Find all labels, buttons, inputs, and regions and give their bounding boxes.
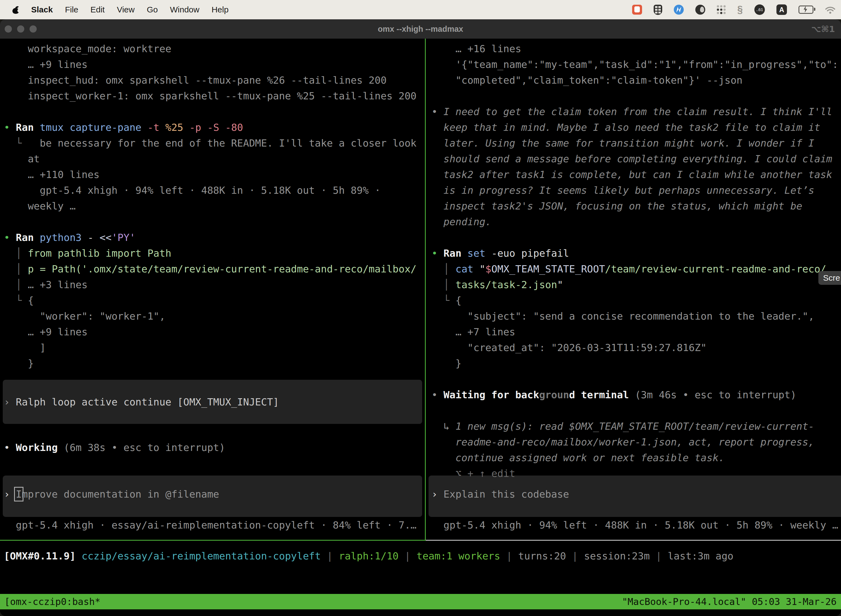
terminal-line: later. Using the same for transition mig… xyxy=(432,135,814,151)
menu-bar-left: Slack FileEditViewGoWindowHelp xyxy=(0,5,229,14)
terminal-line: └ be necessary for the end of the README… xyxy=(4,135,417,151)
text-segment: › xyxy=(4,488,16,500)
menu-file[interactable]: File xyxy=(65,5,78,14)
moon-crescent-icon[interactable] xyxy=(695,5,705,15)
dots-grid-icon[interactable] xyxy=(717,5,726,14)
text-segment: … +9 lines xyxy=(4,59,88,70)
menu-window[interactable]: Window xyxy=(170,5,199,14)
text-segment: ⌥ + ↑ edit xyxy=(432,468,515,479)
terminal-line: "created_at": "2026-03-31T11:59:27.816Z" xyxy=(432,340,707,355)
terminal-line: } xyxy=(4,355,34,371)
text-segment: … +7 lines xyxy=(432,326,515,337)
shield-grid-icon[interactable] xyxy=(653,5,662,15)
text-segment: p = Path('.omx/state/team/review-current… xyxy=(28,263,417,274)
terminal-line: • Waiting for background terminal (3m 46… xyxy=(432,387,796,403)
menu-help[interactable]: Help xyxy=(212,5,229,14)
terminal-line: • Working (6m 38s • esc to interrupt) xyxy=(4,440,225,455)
text-segment: gpt-5.4 xhigh · 94% left · 488K in · 5.1… xyxy=(4,185,381,196)
text-segment: └ xyxy=(4,295,28,306)
screen-recording-icon[interactable] xyxy=(632,5,642,15)
menu-bar-status-icons: § ..61 A xyxy=(632,4,841,15)
text-segment: should send a message before completing … xyxy=(432,153,832,164)
text-segment: • xyxy=(432,389,443,400)
apple-bite xyxy=(18,9,21,12)
text-segment: from pathlib import Path xyxy=(28,248,171,259)
terminal-line: is in progress? It seems likely but perh… xyxy=(432,182,814,198)
text-segment: d terminal xyxy=(569,389,629,400)
text-segment: | xyxy=(500,550,518,562)
text-segment: later. Using the same for transition mig… xyxy=(432,138,814,149)
terminal-line: } xyxy=(432,355,462,371)
text-segment: └ xyxy=(4,138,22,149)
terminal-line: • I need to get the claim token from the… xyxy=(432,104,832,119)
terminal-line: weekly … xyxy=(4,198,76,214)
window-title: omx --xhigh --madmax xyxy=(0,19,841,39)
terminal-line: │ … +3 lines xyxy=(4,277,88,293)
terminal-window: omx --xhigh --madmax ⌥⌘1 workspace_mode:… xyxy=(0,19,841,616)
terminal-content: workspace_mode: worktree … +9 lines insp… xyxy=(0,39,841,616)
text-segment: } xyxy=(432,358,462,369)
text-segment: | xyxy=(399,550,417,562)
terminal-line: "completed","claim_token":"claim-token"}… xyxy=(432,72,743,88)
terminal-line: │ from pathlib import Path xyxy=(4,245,171,261)
apple-menu-icon[interactable] xyxy=(12,6,19,14)
terminal-line: gpt-5.4 xhigh · essay/ai-reimplementatio… xyxy=(4,517,417,533)
text-segment: inspect_hud: omx sparkshell --tmux-pane … xyxy=(4,75,387,86)
count-badge-icon[interactable]: ..61 xyxy=(755,4,765,15)
pane-divider[interactable] xyxy=(425,39,426,541)
text-segment: OMX_TEAM_STATE_ROOT xyxy=(491,263,605,274)
text-segment: -t xyxy=(147,122,165,133)
text-segment: … +16 lines xyxy=(432,43,521,54)
menu-go[interactable]: Go xyxy=(147,5,158,14)
text-segment: be necessary for the end of the README. … xyxy=(22,138,416,149)
text-segment: ↳ xyxy=(432,421,456,432)
terminal-line: … +7 lines xyxy=(432,324,515,340)
text-segment: turns:20 xyxy=(518,550,566,562)
title-bar[interactable]: omx --xhigh --madmax ⌥⌘1 xyxy=(0,19,841,39)
menu-edit[interactable]: Edit xyxy=(91,5,105,14)
omx-status-line: [OMX#0.11.9] cczip/essay/ai-reimplementa… xyxy=(4,548,733,564)
terminal-line: › Explain this codebase xyxy=(432,486,569,502)
text-segment: | xyxy=(650,550,668,562)
wifi-icon[interactable] xyxy=(825,6,835,14)
text-segment: inspect_worker-1: omx sparkshell --tmux-… xyxy=(4,90,417,101)
text-segment: } xyxy=(4,358,34,369)
text-segment: keep that in mind. Maybe I also need the… xyxy=(432,122,820,133)
text-segment: [OMX#0.11.9] xyxy=(4,550,82,562)
text-segment: set xyxy=(467,248,491,259)
battery-charging-icon[interactable] xyxy=(799,6,813,14)
text-segment: • xyxy=(432,106,443,117)
terminal-line: readme-and-reco/mailbox/worker-1.json, a… xyxy=(432,434,814,450)
terminal-line: inspect task2's JSON, focusing on the st… xyxy=(432,198,802,214)
window-shortcut-badge: ⌥⌘1 xyxy=(811,19,835,39)
terminal-line: │ cat "$OMX_TEAM_STATE_ROOT/team/review-… xyxy=(432,261,826,277)
text-segment: { xyxy=(456,295,462,306)
text-segment: | xyxy=(321,550,339,562)
menu-app-name[interactable]: Slack xyxy=(31,5,53,14)
tmux-session-label[interactable]: [omx-cczip0:bash* xyxy=(4,594,100,609)
text-segment: Ralph loop active continue [OMX_TMUX_INJ… xyxy=(16,396,279,408)
text-segment: { xyxy=(28,295,34,306)
text-segment: │ xyxy=(4,279,28,290)
input-source-icon[interactable]: A xyxy=(777,4,787,15)
terminal-line: › Ralph loop active continue [OMX_TMUX_I… xyxy=(4,394,279,410)
text-segment: task2 after task1 is complete, but can I… xyxy=(432,169,832,180)
text-segment: Explain this codebase xyxy=(443,488,569,500)
text-segment: "completed","claim_token":"claim-token"}… xyxy=(432,75,743,86)
text-segment: "worker": "worker-1", xyxy=(4,311,165,322)
menu-view[interactable]: View xyxy=(117,5,134,14)
squiggle-icon[interactable]: § xyxy=(737,5,743,15)
text-segment: inspect task2's JSON, focusing on the st… xyxy=(432,200,802,212)
pane-border-bottom-right xyxy=(426,540,841,541)
text-segment: ] xyxy=(4,342,46,353)
terminal-line: continue assigned work or next feasible … xyxy=(432,450,725,466)
text-segment: " xyxy=(479,263,485,274)
text-segment: tasks/task-2.json xyxy=(456,279,557,290)
text-segment: • xyxy=(432,248,443,259)
text-segment: team:1 workers xyxy=(417,550,500,562)
blue-bolt-icon[interactable] xyxy=(674,5,684,15)
text-segment: weekly … xyxy=(4,200,76,212)
text-segment: at xyxy=(4,153,40,164)
text-segment: is in progress? It seems likely but perh… xyxy=(432,185,814,196)
terminal-line: workspace_mode: worktree xyxy=(4,41,171,57)
